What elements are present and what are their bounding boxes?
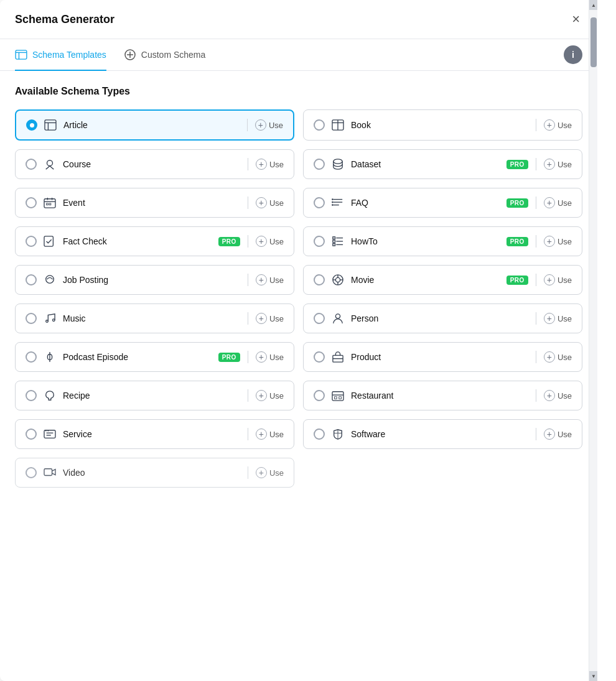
schema-card-movie[interactable]: Movie PRO + Use — [303, 265, 582, 295]
book-icon — [331, 118, 345, 132]
close-button[interactable]: × — [569, 10, 582, 29]
svg-point-54 — [45, 430, 47, 432]
use-howto-button[interactable]: + Use — [544, 236, 572, 247]
radio-movie — [314, 274, 325, 285]
scrollbar-down-button[interactable]: ▼ — [589, 671, 597, 681]
schema-card-product[interactable]: Product + Use — [303, 342, 582, 372]
schema-card-article[interactable]: Article + Use — [15, 109, 294, 141]
svg-rect-30 — [333, 237, 335, 239]
plus-circle-fact-check: + — [256, 236, 267, 247]
use-event-button[interactable]: + Use — [256, 197, 284, 208]
job-posting-label: Job Posting — [63, 275, 240, 285]
use-service-button[interactable]: + Use — [256, 429, 284, 440]
modal-title: Schema Generator — [15, 13, 114, 26]
plus-circle-howto: + — [544, 236, 555, 247]
use-music-button[interactable]: + Use — [256, 313, 284, 324]
plus-circle-movie: + — [544, 274, 555, 285]
schema-card-video[interactable]: Video + Use — [15, 458, 294, 488]
use-faq-button[interactable]: + Use — [544, 197, 572, 208]
divider — [248, 235, 248, 248]
plus-circle-dataset: + — [544, 159, 555, 170]
plus-circle-music: + — [256, 313, 267, 324]
svg-rect-57 — [44, 469, 52, 476]
use-book-button[interactable]: + Use — [544, 119, 572, 131]
schema-card-book[interactable]: Book + Use — [303, 109, 582, 141]
plus-circle-event: + — [256, 197, 267, 208]
radio-howto — [314, 236, 325, 247]
schema-card-dataset[interactable]: Dataset PRO + Use — [303, 149, 582, 179]
schema-card-course[interactable]: Course + Use — [15, 149, 294, 179]
modal-header: Schema Generator × — [0, 0, 597, 39]
scrollbar-thumb[interactable] — [590, 17, 597, 67]
radio-service — [26, 429, 37, 440]
tab-custom-schema[interactable]: Custom Schema — [124, 40, 205, 71]
tab-custom-schema-label: Custom Schema — [141, 50, 205, 60]
radio-course — [26, 159, 37, 170]
divider — [248, 158, 248, 170]
radio-podcast-episode — [26, 351, 37, 363]
event-icon — [43, 196, 57, 210]
use-recipe-button[interactable]: + Use — [256, 390, 284, 401]
course-label: Course — [63, 159, 240, 169]
schema-card-recipe[interactable]: Recipe + Use — [15, 381, 294, 410]
use-course-button[interactable]: + Use — [256, 159, 284, 170]
use-movie-button[interactable]: + Use — [544, 274, 572, 285]
use-software-button[interactable]: + Use — [544, 429, 572, 440]
schema-card-podcast-episode[interactable]: Podcast Episode PRO + Use — [15, 342, 294, 372]
divider — [536, 119, 536, 131]
use-podcast-episode-button[interactable]: + Use — [256, 351, 284, 363]
use-article-button[interactable]: + Use — [255, 119, 283, 131]
restaurant-icon — [331, 389, 345, 402]
section-title: Available Schema Types — [15, 86, 582, 97]
schema-card-music[interactable]: Music + Use — [15, 303, 294, 333]
info-button[interactable]: i — [564, 45, 582, 64]
use-restaurant-button[interactable]: + Use — [544, 390, 572, 401]
divider — [248, 428, 248, 440]
tab-schema-templates[interactable]: Schema Templates — [15, 40, 106, 71]
modal-container: Schema Generator × Schema Templates — [0, 0, 597, 681]
use-fact-check-button[interactable]: + Use — [256, 236, 284, 247]
music-icon — [43, 312, 57, 325]
scrollbar[interactable]: ▲ ▼ — [589, 0, 597, 681]
tabs-row: Schema Templates Custom Schema i — [0, 39, 597, 71]
divider — [248, 466, 248, 479]
use-person-button[interactable]: + Use — [544, 313, 572, 324]
plus-circle-book: + — [544, 119, 555, 131]
radio-restaurant — [314, 390, 325, 401]
fact-check-label: Fact Check — [63, 236, 215, 246]
plus-circle-course: + — [256, 159, 267, 170]
plus-circle-product: + — [544, 351, 555, 363]
divider — [248, 312, 248, 325]
svg-point-40 — [46, 320, 49, 323]
schema-card-service[interactable]: Service + Use — [15, 419, 294, 449]
software-label: Software — [351, 429, 528, 439]
schema-card-job-posting[interactable]: Job Posting + Use — [15, 265, 294, 295]
plus-circle-article: + — [255, 119, 266, 131]
svg-point-42 — [335, 314, 340, 318]
svg-point-41 — [53, 319, 55, 322]
radio-software — [314, 429, 325, 440]
schema-card-restaurant[interactable]: Restaurant + Use — [303, 381, 582, 410]
schema-grid: Article + Use Book + — [15, 109, 582, 488]
video-icon — [43, 466, 57, 479]
recipe-label: Recipe — [63, 391, 240, 401]
schema-card-fact-check[interactable]: Fact Check PRO + Use — [15, 226, 294, 256]
custom-schema-icon — [124, 49, 136, 61]
divider — [247, 119, 248, 131]
svg-rect-32 — [333, 244, 335, 246]
schema-card-person[interactable]: Person + Use — [303, 303, 582, 333]
use-product-button[interactable]: + Use — [544, 351, 572, 363]
job-posting-icon — [43, 273, 57, 287]
use-video-button[interactable]: + Use — [256, 467, 284, 478]
schema-card-howto[interactable]: HowTo PRO + Use — [303, 226, 582, 256]
svg-rect-26 — [44, 236, 53, 246]
schema-card-software[interactable]: Software + Use — [303, 419, 582, 449]
use-dataset-button[interactable]: + Use — [544, 159, 572, 170]
divider — [536, 428, 536, 440]
schema-card-faq[interactable]: FAQ PRO + Use — [303, 188, 582, 218]
svg-rect-0 — [16, 50, 27, 59]
use-job-posting-button[interactable]: + Use — [256, 274, 284, 285]
scrollbar-up-button[interactable]: ▲ — [589, 0, 597, 10]
radio-video — [26, 467, 37, 478]
schema-card-event[interactable]: Event + Use — [15, 188, 294, 218]
